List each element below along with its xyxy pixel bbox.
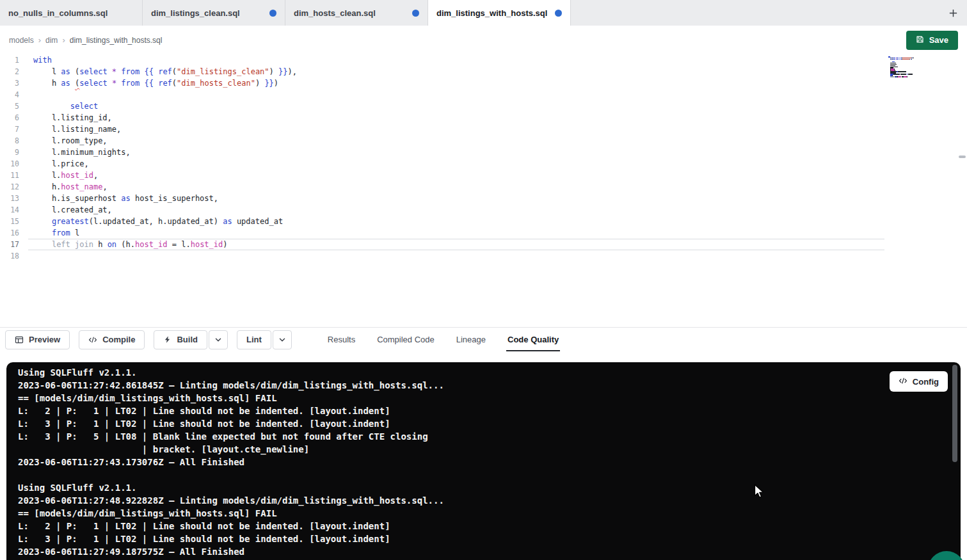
tab-label: dim_hosts_clean.sql bbox=[294, 8, 376, 18]
code-token: as bbox=[61, 67, 70, 76]
terminal-line: == [models/dim/dim_listings_with_hosts.s… bbox=[18, 507, 961, 520]
lint-label: Lint bbox=[246, 335, 262, 344]
code-token: h bbox=[33, 79, 61, 88]
code-token: }} bbox=[278, 67, 287, 76]
code-token: h bbox=[93, 240, 108, 249]
compile-button[interactable]: Compile bbox=[79, 330, 145, 349]
code-line[interactable]: l.host_id, bbox=[0, 170, 967, 181]
code-token: host_id bbox=[135, 240, 168, 249]
code-line[interactable]: h as (select * from {{ ref("dim_hosts_cl… bbox=[0, 77, 967, 89]
save-button[interactable]: Save bbox=[906, 31, 958, 50]
terminal-line: 2023-06-06T11:27:49.187575Z — All Finish… bbox=[18, 545, 961, 558]
code-token: on bbox=[108, 240, 116, 249]
save-label: Save bbox=[929, 35, 948, 45]
lint-button[interactable]: Lint bbox=[237, 330, 271, 349]
results-tab-results[interactable]: Results bbox=[328, 328, 355, 351]
new-tab-button[interactable] bbox=[939, 0, 967, 26]
code-token: ) bbox=[223, 240, 227, 249]
compile-label: Compile bbox=[102, 335, 135, 344]
results-tab-code-quality[interactable]: Code Quality bbox=[507, 328, 559, 351]
minimap-line bbox=[888, 77, 936, 79]
build-dropdown-button[interactable] bbox=[209, 330, 228, 349]
minimap[interactable] bbox=[888, 56, 936, 79]
code-token: "dim_hosts_clean" bbox=[177, 79, 255, 88]
code-token: l. bbox=[33, 171, 61, 180]
terminal-line: | bracket. [layout.cte_newline] bbox=[18, 443, 961, 456]
terminal-output: Using SQLFluff v2.1.1.2023-06-06T11:27:4… bbox=[6, 362, 961, 558]
lint-dropdown-button[interactable] bbox=[273, 330, 292, 349]
code-token: ( bbox=[172, 79, 177, 88]
plus-icon bbox=[948, 8, 958, 18]
code-line[interactable]: l.listing_name, bbox=[0, 124, 967, 135]
code-token: l.minimum_nights, bbox=[33, 148, 131, 157]
terminal-line: == [models/dim/dim_listings_with_hosts.s… bbox=[18, 392, 961, 404]
preview-button[interactable]: Preview bbox=[5, 330, 70, 349]
minimap-segment bbox=[907, 76, 907, 77]
code-line[interactable]: h.is_superhost as host_is_superhost, bbox=[0, 193, 967, 204]
terminal-panel[interactable]: Using SQLFluff v2.1.1.2023-06-06T11:27:4… bbox=[6, 362, 961, 560]
minimap-segment bbox=[911, 59, 912, 60]
code-line[interactable] bbox=[0, 250, 967, 262]
tab-label: dim_listings_with_hosts.sql bbox=[436, 8, 547, 18]
code-editor[interactable]: 123456789101112131415161718 with l as (s… bbox=[0, 54, 967, 327]
code-token: updated_at bbox=[232, 217, 283, 226]
unsaved-indicator-icon bbox=[269, 10, 276, 17]
code-token bbox=[33, 217, 52, 226]
code-line[interactable]: l.minimum_nights, bbox=[0, 147, 967, 158]
minimap-segment bbox=[898, 71, 906, 72]
tab-bar: no_nulls_in_columns.sqldim_listings_clea… bbox=[0, 0, 967, 26]
code-token: as bbox=[223, 217, 232, 226]
code-token: ) bbox=[269, 67, 274, 76]
code-line[interactable]: l.price, bbox=[0, 158, 967, 170]
breadcrumb-separator-icon: › bbox=[62, 35, 65, 45]
editor-file-tab[interactable]: dim_listings_with_hosts.sql bbox=[428, 0, 571, 26]
code-token: "dim_listings_clean" bbox=[177, 67, 269, 76]
terminal-scrollbar[interactable] bbox=[952, 365, 957, 462]
code-line[interactable]: with bbox=[0, 54, 967, 66]
breadcrumb-segment[interactable]: dim_listings_with_hosts.sql bbox=[70, 36, 163, 45]
code-token: host_name bbox=[61, 182, 102, 191]
code-token: ( bbox=[172, 67, 177, 76]
breadcrumb-segment[interactable]: dim bbox=[45, 36, 58, 45]
unsaved-indicator-icon bbox=[412, 10, 419, 17]
editor-scrollbar-marker[interactable] bbox=[959, 156, 966, 158]
code-token bbox=[33, 240, 52, 249]
code-line[interactable]: select bbox=[0, 100, 967, 112]
config-button[interactable]: Config bbox=[890, 371, 948, 392]
editor-file-tab[interactable]: dim_hosts_clean.sql bbox=[285, 0, 428, 26]
terminal-line: 2023-06-06T11:27:42.861845Z — Linting mo… bbox=[18, 379, 961, 392]
unsaved-indicator-icon bbox=[555, 10, 562, 17]
editor-file-tab[interactable]: no_nulls_in_columns.sql bbox=[0, 0, 143, 26]
code-token bbox=[33, 228, 52, 237]
build-button[interactable]: Build bbox=[154, 330, 207, 349]
code-token: l.price, bbox=[33, 159, 89, 168]
code-token: select bbox=[79, 67, 107, 76]
code-token: from bbox=[121, 79, 140, 88]
code-line[interactable]: greatest(l.updated_at, h.updated_at) as … bbox=[0, 216, 967, 227]
code-token: , bbox=[93, 171, 98, 180]
breadcrumb-segment[interactable]: models bbox=[9, 36, 34, 45]
code-icon bbox=[899, 376, 907, 387]
tab-label: no_nulls_in_columns.sql bbox=[8, 8, 108, 18]
code-line[interactable]: l as (select * from {{ ref("dim_listings… bbox=[0, 66, 967, 77]
results-tab-compiled-code[interactable]: Compiled Code bbox=[377, 328, 435, 351]
save-icon bbox=[916, 35, 924, 45]
code-line[interactable]: from l bbox=[0, 227, 967, 239]
code-token: {{ bbox=[144, 79, 153, 88]
code-line[interactable] bbox=[0, 89, 967, 100]
editor-file-tab[interactable]: dim_listings_clean.sql bbox=[143, 0, 285, 26]
minimap-segment bbox=[902, 59, 910, 60]
code-token: , bbox=[102, 182, 107, 191]
results-tab-lineage[interactable]: Lineage bbox=[456, 328, 486, 351]
code-line[interactable]: l.created_at, bbox=[0, 204, 967, 216]
code-lines: with l as (select * from {{ ref("dim_lis… bbox=[0, 54, 967, 262]
code-line[interactable]: l.listing_id, bbox=[0, 112, 967, 124]
code-token: h. bbox=[33, 182, 61, 191]
code-line[interactable]: left join h on (h.host_id = l.host_id) bbox=[28, 239, 884, 250]
build-label: Build bbox=[177, 335, 198, 344]
lint-button-group: Lint bbox=[237, 330, 292, 349]
code-token bbox=[70, 79, 75, 88]
code-line[interactable]: l.room_type, bbox=[0, 135, 967, 147]
minimap-segment bbox=[913, 58, 913, 59]
code-line[interactable]: h.host_name, bbox=[0, 181, 967, 193]
